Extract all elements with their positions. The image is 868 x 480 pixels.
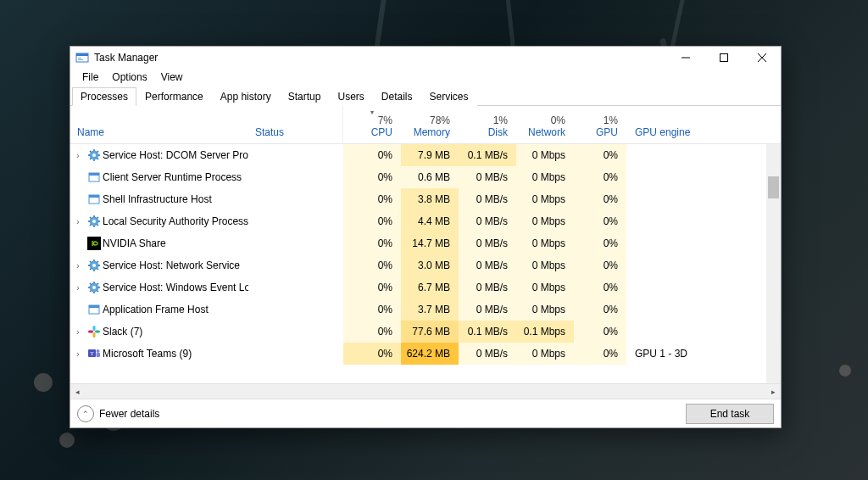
gpu-engine-cell xyxy=(626,144,781,166)
process-name: Client Server Runtime Process xyxy=(103,166,248,188)
svg-rect-2 xyxy=(78,58,81,59)
expand-toggle[interactable]: › xyxy=(70,321,86,343)
titlebar[interactable]: Task Manager xyxy=(70,47,781,69)
minimize-button[interactable] xyxy=(666,47,704,69)
process-name: Service Host: Windows Event Log xyxy=(103,276,248,299)
process-name: Shell Infrastructure Host xyxy=(103,188,248,210)
cpu-cell: 0% xyxy=(343,210,401,232)
memory-cell: 7.9 MB xyxy=(401,144,459,166)
process-row[interactable]: ›Service Host: Windows Event Log0%6.7 MB… xyxy=(70,276,781,299)
expand-toggle[interactable]: › xyxy=(70,254,86,276)
process-status xyxy=(248,210,343,232)
svg-rect-58 xyxy=(88,331,93,333)
menubar: File Options View xyxy=(70,69,781,86)
process-name: Application Frame Host xyxy=(103,299,248,321)
process-row[interactable]: ›Service Host: DCOM Server Proc...0%7.9 … xyxy=(70,144,781,166)
app-icon xyxy=(75,51,89,64)
process-row[interactable]: NVIDIA Share0%14.7 MB0 MB/s0 Mbps0% xyxy=(70,232,781,254)
gpu-engine-cell xyxy=(626,299,781,321)
gpu-cell: 0% xyxy=(574,210,626,232)
expand-toggle[interactable]: › xyxy=(70,144,86,166)
fewer-details-button[interactable]: ⌃ Fewer details xyxy=(77,405,159,422)
process-name: NVIDIA Share xyxy=(103,232,248,254)
process-row[interactable]: ›Service Host: Network Service0%3.0 MB0 … xyxy=(70,254,781,276)
col-disk[interactable]: 1%Disk xyxy=(459,106,516,143)
col-name[interactable]: Name xyxy=(70,106,248,143)
gpu-cell: 0% xyxy=(574,144,626,166)
expand-toggle[interactable]: › xyxy=(70,210,86,232)
svg-line-52 xyxy=(97,283,99,285)
tab-performance[interactable]: Performance xyxy=(136,87,212,106)
gpu-engine-cell xyxy=(626,254,781,276)
expand-toggle[interactable]: › xyxy=(70,276,86,299)
col-network[interactable]: 0%Network xyxy=(516,106,574,143)
menu-view[interactable]: View xyxy=(154,70,190,85)
tabbar: ProcessesPerformanceApp historyStartupUs… xyxy=(70,86,781,106)
svg-point-44 xyxy=(92,286,96,289)
process-row[interactable]: Shell Infrastructure Host0%3.8 MB0 MB/s0… xyxy=(70,188,781,210)
gpu-cell: 0% xyxy=(574,166,626,188)
col-gpu-engine[interactable]: GPU engine xyxy=(626,106,781,143)
tab-startup[interactable]: Startup xyxy=(280,87,330,106)
vertical-scrollbar[interactable] xyxy=(766,144,781,383)
disk-cell: 0 MB/s xyxy=(459,210,516,232)
svg-point-23 xyxy=(92,220,96,223)
network-cell: 0 Mbps xyxy=(516,232,574,254)
process-status xyxy=(248,232,343,254)
network-cell: 0 Mbps xyxy=(516,299,574,321)
tab-services[interactable]: Services xyxy=(421,87,477,106)
memory-cell: 3.8 MB xyxy=(401,188,459,210)
gpu-engine-cell xyxy=(626,166,781,188)
window-title: Task Manager xyxy=(94,52,158,64)
disk-cell: 0 MB/s xyxy=(459,254,516,276)
scroll-left-icon[interactable]: ◂ xyxy=(70,384,85,399)
svg-rect-21 xyxy=(89,195,99,198)
process-row[interactable]: ›TMicrosoft Teams (9)0%624.2 MB0 MB/s0 M… xyxy=(70,343,781,365)
col-status[interactable]: Status xyxy=(248,106,343,143)
cpu-cell: 0% xyxy=(343,276,401,299)
process-row[interactable]: Application Frame Host0%3.7 MB0 MB/s0 Mb… xyxy=(70,299,781,321)
expand-toggle xyxy=(70,299,86,321)
col-memory[interactable]: 78%Memory xyxy=(401,106,459,143)
menu-file[interactable]: File xyxy=(75,70,105,85)
end-task-button[interactable]: End task xyxy=(686,404,774,424)
svg-rect-32 xyxy=(87,237,101,250)
tab-details[interactable]: Details xyxy=(373,87,421,106)
process-row[interactable]: Client Server Runtime Process0%0.6 MB0 M… xyxy=(70,166,781,188)
network-cell: 0 Mbps xyxy=(516,276,574,299)
cpu-cell: 0% xyxy=(343,254,401,276)
gpu-engine-cell xyxy=(626,188,781,210)
cpu-cell: 0% xyxy=(343,166,401,188)
gpu-engine-cell xyxy=(626,276,781,299)
process-status xyxy=(248,276,343,299)
tab-processes[interactable]: Processes xyxy=(72,87,136,106)
close-button[interactable] xyxy=(743,47,781,69)
col-cpu[interactable]: ▾ 7%CPU xyxy=(343,106,401,143)
process-row[interactable]: ›Local Security Authority Process...0%4.… xyxy=(70,210,781,232)
network-cell: 0 Mbps xyxy=(516,210,574,232)
expand-toggle[interactable]: › xyxy=(70,343,86,365)
gpu-engine-cell: GPU 1 - 3D xyxy=(626,343,781,365)
tab-app-history[interactable]: App history xyxy=(212,87,280,106)
scroll-right-icon[interactable]: ▸ xyxy=(766,384,781,399)
process-list[interactable]: ›Service Host: DCOM Server Proc...0%7.9 … xyxy=(70,144,781,383)
menu-options[interactable]: Options xyxy=(105,70,153,85)
disk-cell: 0 MB/s xyxy=(459,166,516,188)
col-gpu[interactable]: 1%GPU xyxy=(574,106,626,143)
cpu-cell: 0% xyxy=(343,299,401,321)
gpu-cell: 0% xyxy=(574,188,626,210)
gpu-engine-cell xyxy=(626,232,781,254)
svg-rect-56 xyxy=(95,331,100,333)
svg-line-28 xyxy=(90,217,92,219)
memory-cell: 77.6 MB xyxy=(401,321,459,343)
horizontal-scrollbar[interactable]: ◂ ▸ xyxy=(70,383,781,399)
gpu-cell: 0% xyxy=(574,276,626,299)
process-row[interactable]: ›Slack (7)0%77.6 MB0.1 MB/s0.1 Mbps0% xyxy=(70,321,781,343)
svg-line-31 xyxy=(97,217,99,219)
disk-cell: 0 MB/s xyxy=(459,343,516,365)
gpu-cell: 0% xyxy=(574,299,626,321)
maximize-button[interactable] xyxy=(704,47,743,69)
chevron-up-icon: ⌃ xyxy=(77,405,94,422)
cpu-cell: 0% xyxy=(343,144,401,166)
tab-users[interactable]: Users xyxy=(329,87,372,106)
